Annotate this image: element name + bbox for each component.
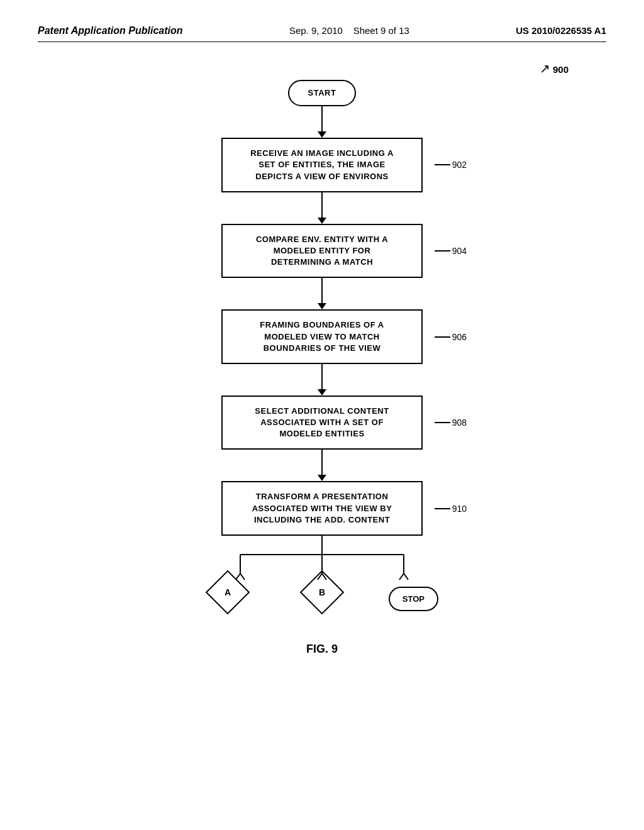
node-902-label: RECEIVE AN IMAGE INCLUDING ASET OF ENTIT…	[250, 148, 394, 182]
sheet-label: Sheet 9 of 13	[353, 25, 409, 36]
diamond-a-label: A	[225, 587, 231, 597]
arrow-line-1	[321, 106, 323, 131]
arrow-line-3	[321, 278, 323, 303]
node-904: COMPARE ENV. ENTITY WITH AMODELED ENTITY…	[221, 224, 423, 279]
arrow-line-5	[321, 450, 323, 475]
arrow-head-5	[318, 475, 326, 481]
stop-node-container: STOP	[389, 587, 438, 611]
node-910: TRANSFORM A PRESENTATIONASSOCIATED WITH …	[221, 481, 423, 536]
figure-ref-label: 900	[553, 64, 569, 75]
node-908-wrapper: SELECT ADDITIONAL CONTENTASSOCIATED WITH…	[221, 396, 423, 450]
svg-line-10	[404, 573, 408, 580]
diamond-b-label: B	[319, 587, 325, 597]
node-910-label: TRANSFORM A PRESENTATIONASSOCIATED WITH …	[252, 491, 392, 526]
stop-label: STOP	[402, 594, 425, 604]
start-node-wrapper: START	[288, 80, 357, 106]
flowchart: START RECEIVE AN IMAGE INCLUDING ASET OF…	[38, 80, 606, 617]
node-908: SELECT ADDITIONAL CONTENTASSOCIATED WITH…	[221, 396, 423, 450]
node-910-wrapper: TRANSFORM A PRESENTATIONASSOCIATED WITH …	[221, 481, 423, 536]
start-label: START	[308, 87, 336, 99]
arrow-5	[318, 450, 326, 481]
start-node: START	[288, 80, 357, 106]
step-label-902: 902	[435, 160, 467, 170]
header-center: Sep. 9, 2010 Sheet 9 of 13	[289, 25, 409, 36]
arrow-2	[318, 192, 326, 224]
arrow-1	[318, 106, 326, 138]
arrow-line-2	[321, 192, 323, 218]
arrow-4	[318, 364, 326, 396]
step-label-910: 910	[435, 504, 467, 514]
node-906: FRAMING BOUNDARIES OF AMODELED VIEW TO M…	[221, 309, 423, 364]
figure-ref: ↗ 900	[540, 61, 569, 76]
stop-node: STOP	[389, 587, 438, 611]
node-a-container: A	[206, 570, 250, 614]
page: Patent Application Publication Sep. 9, 2…	[0, 0, 644, 830]
arrow-3	[318, 278, 326, 309]
arrow-head-2	[318, 218, 326, 224]
svg-line-9	[399, 573, 404, 580]
node-b-container: B	[300, 570, 344, 614]
arrow-head-4	[318, 389, 326, 396]
arrow-head-3	[318, 303, 326, 309]
step-label-906: 906	[435, 332, 467, 342]
step-label-904: 904	[435, 246, 467, 256]
publication-label: Patent Application Publication	[38, 25, 183, 36]
node-b: B	[300, 570, 344, 614]
node-908-label: SELECT ADDITIONAL CONTENTASSOCIATED WITH…	[255, 406, 389, 440]
node-906-label: FRAMING BOUNDARIES OF AMODELED VIEW TO M…	[260, 319, 384, 354]
patent-number: US 2010/0226535 A1	[516, 25, 606, 36]
node-a: A	[206, 570, 250, 614]
figure-label: FIG. 9	[38, 643, 606, 656]
arrow-line-4	[321, 364, 323, 389]
header: Patent Application Publication Sep. 9, 2…	[38, 25, 606, 42]
branch-section: A B STOP	[203, 536, 441, 617]
node-904-wrapper: COMPARE ENV. ENTITY WITH AMODELED ENTITY…	[221, 224, 423, 279]
node-902-wrapper: RECEIVE AN IMAGE INCLUDING ASET OF ENTIT…	[221, 138, 423, 192]
date-label: Sep. 9, 2010	[289, 25, 343, 36]
node-904-label: COMPARE ENV. ENTITY WITH AMODELED ENTITY…	[256, 234, 388, 268]
arrow-head-1	[318, 131, 326, 138]
node-906-wrapper: FRAMING BOUNDARIES OF AMODELED VIEW TO M…	[221, 309, 423, 364]
step-label-908: 908	[435, 418, 467, 428]
node-902: RECEIVE AN IMAGE INCLUDING ASET OF ENTIT…	[221, 138, 423, 192]
